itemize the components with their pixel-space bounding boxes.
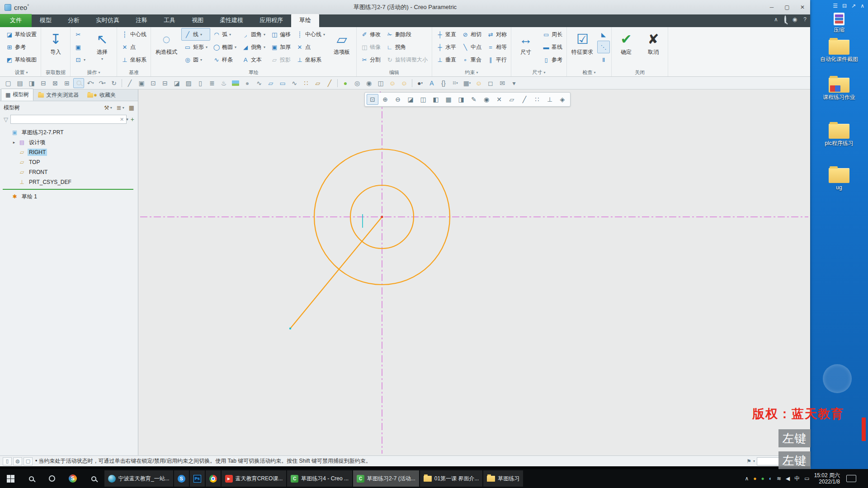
tree-item-FRONT[interactable]: ▱FRONT: [0, 167, 138, 177]
select-button[interactable]: ↖选择▾: [89, 28, 115, 67]
erase-icon[interactable]: ⊠: [50, 78, 61, 88]
desktop-item-压缩[interactable]: 压缩: [813, 13, 865, 33]
display-icon[interactable]: ◉: [793, 16, 797, 23]
line-endpoint[interactable]: [289, 328, 291, 329]
sketch-display-icon[interactable]: ◈: [557, 94, 568, 105]
zoom-window-icon[interactable]: ⊡: [367, 94, 378, 105]
minimize-button[interactable]: ─: [764, 1, 779, 13]
task-creo-course[interactable]: ▶蓝天教育CREO课...: [222, 470, 287, 487]
smiley-icon-3[interactable]: ☺: [473, 78, 484, 88]
camera-box-icon[interactable]: ◫: [375, 78, 386, 88]
cut-button[interactable]: ✂: [72, 28, 88, 41]
curve-icon[interactable]: ∿: [289, 78, 300, 88]
tab-柔性建模[interactable]: 柔性建模: [212, 14, 251, 27]
line-button[interactable]: ╱线▾: [181, 28, 210, 41]
task-sketch4[interactable]: C草图练习4 - Creo ...: [287, 470, 352, 487]
baseline-dimension-button[interactable]: ▬基线: [540, 41, 565, 53]
tree-item-TOP[interactable]: ▱TOP: [0, 157, 138, 167]
group-label-检查[interactable]: 检查▾: [568, 68, 610, 76]
taskbar-clock[interactable]: 15:02 周六 2022/1/8: [814, 472, 840, 485]
tray-dot-green-icon[interactable]: ●: [761, 475, 764, 482]
task-ningbo-site[interactable]: 宁波蓝天教育_一站...: [104, 470, 173, 487]
modify-button[interactable]: ✐修改: [358, 28, 383, 41]
magnifier-tool-icon[interactable]: [83, 469, 104, 488]
divide-button[interactable]: ✂分割: [358, 53, 383, 66]
vertical-constraint-button[interactable]: ┼竖直: [434, 28, 459, 41]
perpendicular-constraint-button[interactable]: ⊥垂直: [434, 53, 459, 66]
task-sketch27[interactable]: C草图练习2-7 (活动...: [353, 470, 419, 487]
dotted-curve-icon[interactable]: ∿: [254, 78, 264, 88]
search-icon[interactable]: [784, 16, 786, 23]
points-icon[interactable]: ∷: [301, 78, 311, 88]
zoom-in-icon[interactable]: ⊕: [379, 94, 391, 105]
display-style-icon[interactable]: ◫: [417, 94, 429, 105]
tray-network-icon[interactable]: ≋: [777, 475, 781, 482]
tree-filter-input[interactable]: [10, 115, 127, 124]
centerline-button[interactable]: ┊中心线▾: [293, 28, 328, 41]
layer-tree-icon[interactable]: ≣: [207, 78, 217, 88]
plane-display-icon[interactable]: ▱: [265, 78, 276, 88]
task-chrome[interactable]: [206, 470, 221, 487]
copy-icon[interactable]: ▣: [136, 78, 147, 88]
tree-item-草图练习2-7.PRT[interactable]: ▣草图练习2-7.PRT: [0, 127, 138, 137]
save-icon[interactable]: ◨: [26, 78, 37, 88]
ellipse-dropdown-icon[interactable]: ▾: [235, 45, 236, 49]
center-point[interactable]: [381, 216, 383, 218]
select-dropdown-icon[interactable]: ▾: [101, 57, 103, 61]
tree-item-RIGHT[interactable]: ▱RIGHT: [0, 147, 138, 157]
corner-button[interactable]: ∟拐角: [383, 41, 430, 53]
green-sphere-icon[interactable]: ●: [340, 78, 351, 88]
circle-dropdown-icon[interactable]: ▾: [200, 58, 202, 62]
tab-注释[interactable]: 注释: [127, 14, 156, 27]
tray-dot-orange-icon[interactable]: ●: [753, 475, 756, 482]
tab-草绘[interactable]: 草绘: [291, 14, 319, 27]
perspective-icon[interactable]: ◨: [455, 94, 467, 105]
shade-closed-loops-button[interactable]: ◣: [597, 28, 610, 41]
sketch-view-button[interactable]: ◩草绘视图: [3, 53, 39, 66]
render-preview-icon[interactable]: ♨: [218, 78, 229, 88]
horizontal-constraint-button[interactable]: ┼水平: [434, 41, 459, 53]
desktop-item-自动化课件截图[interactable]: 自动化课件截图: [813, 37, 865, 63]
eye-icon[interactable]: ◉: [363, 78, 374, 88]
tray-volume-icon[interactable]: ◀: [786, 475, 790, 482]
task-photoshop[interactable]: Ps: [190, 470, 205, 487]
point-display-icon[interactable]: ∷: [531, 94, 543, 105]
sogou-icon[interactable]: S: [62, 469, 83, 488]
rectangle-dropdown-icon[interactable]: ▾: [206, 45, 208, 49]
text-button[interactable]: A文本: [239, 53, 268, 66]
panel-tab-收藏夹[interactable]: ✱收藏夹: [83, 89, 120, 101]
axis-display-icon[interactable]: ╱: [519, 94, 530, 105]
parallel-constraint-button[interactable]: ∥平行: [484, 53, 509, 66]
refit-icon[interactable]: ◪: [405, 94, 416, 105]
symmetric-constraint-button[interactable]: ⇄对称: [484, 28, 509, 41]
perimeter-dimension-button[interactable]: ▭周长: [540, 28, 565, 41]
regenerate-icon[interactable]: ↻: [108, 78, 119, 88]
task-folder-lesson1[interactable]: 01第一课 界面介...: [420, 470, 483, 487]
measure-icon[interactable]: ╱: [124, 78, 135, 88]
saved-orientations-icon[interactable]: ◧: [430, 94, 442, 105]
chamfer-button[interactable]: ◢倒角▾: [239, 41, 268, 53]
group-label-约束[interactable]: 约束▾: [434, 68, 509, 76]
sketch-canvas[interactable]: ! ⊡⊕⊖◪◫◧▦◨✎◉✕▱╱∷⊥◈: [138, 89, 810, 455]
task-sogou-input[interactable]: S: [174, 470, 189, 487]
tree-tools-icon[interactable]: ⚒▾: [104, 104, 112, 111]
group-label-关闭[interactable]: 关闭: [613, 68, 666, 76]
paste-icon[interactable]: ⊡: [148, 78, 159, 88]
ellipse-button[interactable]: ◯椭圆▾: [210, 41, 239, 53]
midpoint-constraint-button[interactable]: ╲中点: [459, 41, 484, 53]
group-label-设置[interactable]: 设置▾: [3, 68, 39, 76]
chamfer-dropdown-icon[interactable]: ▾: [264, 45, 265, 49]
sketch-line[interactable]: [290, 217, 382, 328]
sketch-setup-button[interactable]: ◪草绘设置: [3, 28, 39, 41]
spin-center-icon[interactable]: ◉: [481, 94, 492, 105]
group-label-获取数据[interactable]: 获取数据: [42, 68, 69, 76]
point-button[interactable]: ✕点: [293, 41, 328, 53]
ring-icon[interactable]: ◎: [352, 78, 363, 88]
toolbar-overflow-icon[interactable]: ▾: [509, 78, 519, 88]
grid-icon[interactable]: ⌗▾: [450, 78, 461, 88]
parallelogram-icon[interactable]: ▱: [312, 78, 323, 88]
help-icon[interactable]: ?: [803, 16, 807, 23]
notification-center-icon[interactable]: [846, 475, 856, 482]
taskbar-search-icon[interactable]: [21, 469, 42, 488]
tray-ime-icon[interactable]: 中: [794, 475, 800, 483]
